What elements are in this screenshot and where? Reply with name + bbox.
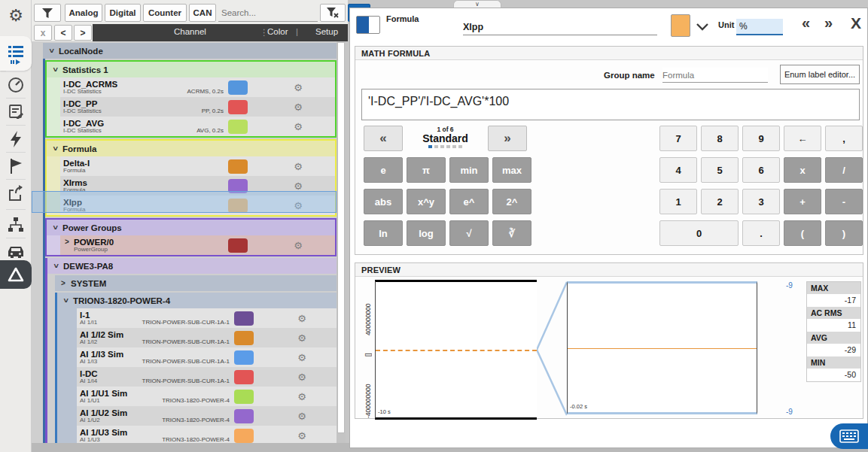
keypad-page-prev-button[interactable]: « <box>364 126 403 151</box>
channel-setup-gear-icon[interactable]: ⚙ <box>267 391 337 402</box>
unit-input[interactable] <box>736 19 783 35</box>
filter-can-button[interactable]: CAN <box>189 4 216 22</box>
channel-setup-gear-icon[interactable]: ⚙ <box>261 240 335 251</box>
divide-key[interactable]: / <box>825 157 863 183</box>
channel-row[interactable]: >POWER/0 PowerGroup ⚙ <box>47 235 335 255</box>
filter-digital-button[interactable]: Digital <box>105 4 141 22</box>
channel-color-swatch[interactable] <box>234 311 254 326</box>
fn-key-exp[interactable]: e^ <box>449 189 489 214</box>
num-key-5[interactable]: 5 <box>701 157 739 183</box>
fn-key-cbrt[interactable]: ∛ <box>492 220 531 246</box>
fn-key-pow[interactable]: x^y <box>407 189 446 214</box>
comma-key[interactable]: , <box>825 126 863 151</box>
dewetron-logo-icon[interactable] <box>0 260 32 289</box>
search-input[interactable] <box>218 4 318 22</box>
prev-channel-button[interactable]: « <box>802 14 810 32</box>
num-key-1[interactable]: 1 <box>659 189 697 214</box>
channel-color-swatch[interactable] <box>234 350 254 365</box>
channel-color-swatch[interactable] <box>234 429 254 443</box>
expand-chevron-icon[interactable]: > <box>63 238 71 247</box>
num-key-6[interactable]: 6 <box>742 157 780 183</box>
channel-setup-gear-icon[interactable]: ⚙ <box>261 102 335 113</box>
channel-color-swatch[interactable] <box>234 331 254 345</box>
channel-row[interactable]: AI 1/I2 Sim AI 1/I2TRION-POWER-SUB-CUR-1… <box>57 328 337 347</box>
network-sitemap-icon[interactable] <box>0 212 32 238</box>
channel-setup-gear-icon[interactable]: ⚙ <box>261 180 335 192</box>
channel-color-swatch[interactable] <box>228 179 248 193</box>
list-scrollbar[interactable] <box>337 41 346 443</box>
preview-overview-chart[interactable]: -10 s <box>375 280 537 420</box>
channel-setup-gear-icon[interactable]: ⚙ <box>267 332 337 344</box>
fn-key-ln[interactable]: ln <box>364 220 403 246</box>
channel-row[interactable]: AI 1/I3 Sim AI 1/I3TRION-POWER-SUB-CUR-1… <box>57 347 337 367</box>
filter-counter-button[interactable]: Counter <box>143 4 187 22</box>
channel-setup-gear-icon[interactable]: ⚙ <box>267 313 337 324</box>
keypad-page-next-button[interactable]: » <box>488 126 527 151</box>
fn-key-e[interactable]: e <box>364 157 403 183</box>
fn-key-abs[interactable]: abs <box>364 189 403 214</box>
channel-row[interactable]: I-1 AI 1/I1TRION-POWER-SUB-CUR-1A-1 ⚙ <box>57 308 337 328</box>
num-key-9[interactable]: 9 <box>742 126 780 151</box>
channel-color-swatch[interactable] <box>228 120 248 134</box>
channel-color-swatch[interactable] <box>228 238 248 253</box>
channel-color-swatch[interactable] <box>234 370 254 384</box>
num-key-8[interactable]: 8 <box>701 126 739 151</box>
channel-row[interactable]: I-DC_ACRMS I-DC StatisticsACRMS, 0.2s ⚙ <box>47 77 335 97</box>
channel-row[interactable]: AI 1/U2 Sim AI 1/U2TRION3-1820-POWER-4 ⚙ <box>57 406 337 426</box>
channel-row[interactable]: AI 1/U1 Sim AI 1/U1TRION3-1820-POWER-4 ⚙ <box>57 387 337 406</box>
channel-setup-gear-icon[interactable]: ⚙ <box>261 121 335 132</box>
fn-key-pow2[interactable]: 2^ <box>492 189 531 214</box>
color-dropdown-chevron-icon[interactable] <box>696 20 709 34</box>
group-system[interactable]: > SYSTEM <box>55 275 337 291</box>
nav-forward-button[interactable]: > <box>74 25 92 41</box>
channel-color-swatch[interactable] <box>228 100 248 114</box>
num-key-7[interactable]: 7 <box>659 126 697 151</box>
channel-setup-gear-icon[interactable]: ⚙ <box>267 372 337 383</box>
num-key-2[interactable]: 2 <box>701 189 739 214</box>
group-power-groups[interactable]: > Power Groups <box>47 220 335 235</box>
group-statistics[interactable]: > Statistics 1 <box>47 62 335 77</box>
filter-analog-button[interactable]: Analog <box>65 4 102 22</box>
minus-key[interactable]: - <box>825 189 863 214</box>
column-color[interactable]: Color <box>267 27 288 36</box>
group-formula[interactable]: > Formula <box>47 141 335 156</box>
nav-back-button[interactable]: < <box>54 25 72 41</box>
fn-key-pi[interactable]: π <box>407 157 446 183</box>
marker-flag-icon[interactable] <box>0 153 32 179</box>
channel-row[interactable]: I-DC_AVG I-DC StatisticsAVG, 0.2s ⚙ <box>47 117 335 136</box>
report-setup-icon[interactable] <box>0 99 32 125</box>
channel-row[interactable]: XIrms Formula ⚙ <box>47 176 335 196</box>
channel-row[interactable]: Delta-I Formula ⚙ <box>47 156 335 176</box>
channel-row[interactable]: I-DC_PP I-DC StatisticsPP, 0.2s ⚙ <box>47 97 335 117</box>
fn-key-sqrt[interactable]: √ <box>449 220 489 246</box>
export-share-icon[interactable] <box>0 180 32 206</box>
fn-key-min[interactable]: min <box>449 157 489 183</box>
trigger-lightning-icon[interactable] <box>0 126 32 152</box>
channel-setup-gear-icon[interactable]: ⚙ <box>267 352 337 363</box>
plus-key[interactable]: + <box>784 189 821 214</box>
multiply-key[interactable]: x <box>784 157 821 183</box>
column-setup[interactable]: Setup <box>315 27 338 36</box>
num-key-4[interactable]: 4 <box>659 157 697 183</box>
fn-key-max[interactable]: max <box>492 157 531 183</box>
backspace-key[interactable]: ← <box>784 126 821 151</box>
close-paren-key[interactable]: ) <box>825 220 863 246</box>
settings-gear-icon[interactable]: ⚙ <box>0 3 32 29</box>
column-channel[interactable]: Channel <box>174 27 206 36</box>
channel-color-swatch[interactable] <box>228 80 248 95</box>
num-key-3[interactable]: 3 <box>742 189 780 214</box>
list-scrollbar-thumb[interactable] <box>337 42 345 433</box>
fn-key-log[interactable]: log <box>407 220 446 246</box>
group-trion3-1820-power-4[interactable]: > TRION3-1820-POWER-4 <box>57 293 337 308</box>
group-name-input[interactable] <box>662 68 768 83</box>
close-editor-button[interactable]: X <box>851 14 861 32</box>
channel-row[interactable]: I-DC AI 1/I4TRION-POWER-SUB-CUR-1A-1 ⚙ <box>57 367 337 387</box>
open-paren-key[interactable]: ( <box>784 220 821 246</box>
gauge-icon[interactable] <box>0 72 32 98</box>
channel-color-picker[interactable] <box>671 14 690 37</box>
formula-expression-input[interactable]: 'I-DC_PP'/'I-DC_AVG'*100 <box>361 89 860 120</box>
channel-row[interactable]: AI 1/U3 Sim AI 1/U3TRION3-1820-POWER-4 ⚙ <box>57 426 337 443</box>
channel-setup-gear-icon[interactable]: ⚙ <box>261 82 335 93</box>
deselect-button[interactable]: x <box>34 25 52 41</box>
filter-icon-button[interactable] <box>34 4 61 22</box>
